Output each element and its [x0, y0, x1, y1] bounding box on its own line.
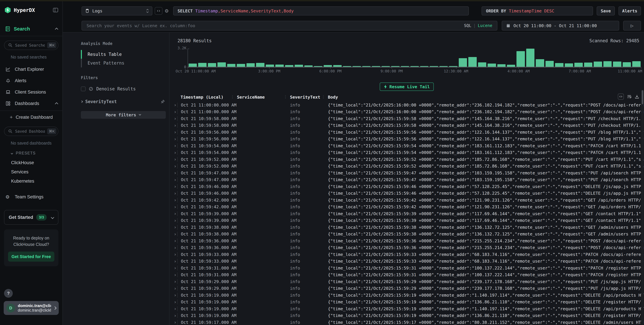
- pin-icon[interactable]: [160, 99, 165, 104]
- histogram-bar[interactable]: [497, 64, 506, 67]
- row-expand-chevron[interactable]: ›: [174, 204, 177, 210]
- histogram-bar[interactable]: [410, 66, 419, 67]
- histogram-bars[interactable]: [188, 49, 641, 67]
- log-row[interactable]: ›Oct 21 10:59:33.000 AMinfo{"time_local"…: [174, 258, 644, 265]
- row-expand-chevron[interactable]: ›: [174, 217, 177, 224]
- row-expand-chevron[interactable]: ›: [174, 244, 177, 251]
- histogram-bar[interactable]: [188, 63, 197, 67]
- user-menu[interactable]: D dominic.tran@clic... dominic.tran@clic…: [4, 301, 59, 315]
- histogram-bar[interactable]: [391, 66, 399, 67]
- row-expand-chevron[interactable]: ›: [174, 102, 177, 108]
- histogram-bar[interactable]: [632, 61, 640, 67]
- severity-filter-group[interactable]: SeverityText: [81, 98, 166, 106]
- histogram-bar[interactable]: [459, 58, 467, 67]
- row-expand-chevron[interactable]: ›: [174, 292, 177, 299]
- get-started-free-button[interactable]: Get Started for Free: [8, 252, 54, 262]
- sql-toggle[interactable]: SQL: [464, 23, 471, 28]
- log-row[interactable]: ›Oct 21 10:59:56.000 AMinfo{"time_local"…: [174, 129, 644, 136]
- histogram-bar[interactable]: [237, 64, 245, 67]
- histogram-bar[interactable]: [324, 65, 332, 67]
- help-button[interactable]: ?: [4, 289, 13, 298]
- histogram-bar[interactable]: [295, 65, 303, 67]
- row-expand-chevron[interactable]: ›: [174, 210, 177, 217]
- select-columns-input[interactable]: SELECT Timestamp ,ServiceName,SeverityTe…: [173, 6, 469, 15]
- log-row[interactable]: ›Oct 21 10:59:36.000 AMinfo{"time_local"…: [174, 244, 644, 251]
- order-by-input[interactable]: ORDER BY TimestampTime DESC: [482, 6, 593, 15]
- log-row[interactable]: ›Oct 21 10:59:38.000 AMinfo{"time_local"…: [174, 231, 644, 238]
- query-language-toggle[interactable]: SQL|Lucene: [464, 23, 492, 28]
- column-resize-grip[interactable]: ⋮: [230, 95, 234, 99]
- chevron-up-icon[interactable]: [55, 28, 58, 31]
- histogram-bar[interactable]: [468, 57, 476, 67]
- row-expand-chevron[interactable]: ›: [174, 265, 177, 271]
- histogram-bar[interactable]: [516, 51, 525, 67]
- save-button[interactable]: Save: [597, 6, 615, 15]
- log-row[interactable]: ›Oct 21 10:59:29.000 AMinfo{"time_local"…: [174, 278, 644, 285]
- sidebar-item-chart-explorer[interactable]: Chart Explorer: [0, 63, 62, 75]
- log-row[interactable]: ›Oct 21 10:59:19.000 AMinfo{"time_local"…: [174, 292, 644, 299]
- log-row[interactable]: ›Oct 21 10:59:39.000 AMinfo{"time_local"…: [174, 217, 644, 224]
- histogram-bar[interactable]: [584, 62, 592, 67]
- histogram-bar[interactable]: [227, 64, 236, 67]
- code-view-icon[interactable]: [618, 94, 624, 100]
- preset-services[interactable]: Services: [0, 167, 62, 177]
- row-expand-chevron[interactable]: ›: [174, 319, 177, 325]
- row-expand-chevron[interactable]: ›: [174, 149, 177, 156]
- histogram-bar[interactable]: [208, 63, 216, 67]
- create-dashboard-button[interactable]: + Create Dashboard: [0, 112, 62, 122]
- download-icon[interactable]: [634, 94, 639, 99]
- log-row[interactable]: ›Oct 21 10:59:54.000 AMinfo{"time_local"…: [174, 142, 644, 149]
- histogram-bar[interactable]: [420, 66, 428, 67]
- histogram-bar[interactable]: [314, 66, 322, 67]
- histogram-bar[interactable]: [594, 61, 602, 67]
- log-row[interactable]: ›Oct 21 10:59:29.000 AMinfo{"time_local"…: [174, 285, 644, 292]
- log-row[interactable]: ›Oct 21 10:59:36.000 AMinfo{"time_local"…: [174, 238, 644, 244]
- sidebar-item-client-sessions[interactable]: Client Sessions: [0, 86, 62, 98]
- histogram-bar[interactable]: [352, 66, 361, 67]
- row-expand-chevron[interactable]: ›: [174, 272, 177, 278]
- row-expand-chevron[interactable]: ›: [174, 122, 177, 129]
- run-query-button[interactable]: ▷: [623, 21, 641, 30]
- row-expand-chevron[interactable]: ›: [174, 305, 177, 312]
- sidebar-item-search[interactable]: Search: [0, 25, 62, 33]
- more-filters-button[interactable]: More filters: [81, 111, 166, 119]
- col-body[interactable]: Body: [328, 95, 644, 100]
- query-settings-button[interactable]: ⚙: [163, 7, 170, 15]
- col-severitytext[interactable]: SeverityText⋮: [290, 95, 328, 100]
- histogram-bar[interactable]: [507, 65, 515, 67]
- log-row[interactable]: ›Oct 21 10:59:52.000 AMinfo{"time_local"…: [174, 156, 644, 163]
- histogram-bar[interactable]: [266, 64, 274, 67]
- histogram-bar[interactable]: [275, 64, 284, 67]
- log-row[interactable]: ›Oct 21 11:00:00.000 AMinfo{"time_local"…: [174, 108, 644, 115]
- histogram-bar[interactable]: [449, 66, 457, 67]
- row-expand-chevron[interactable]: ›: [174, 108, 177, 115]
- row-expand-chevron[interactable]: ›: [174, 312, 177, 319]
- log-row[interactable]: ›Oct 21 10:59:42.000 AMinfo{"time_local"…: [174, 197, 644, 204]
- sidebar-collapse-icon[interactable]: [53, 7, 58, 13]
- histogram-bar[interactable]: [574, 63, 582, 67]
- column-resize-grip[interactable]: ⋮: [322, 95, 325, 99]
- log-row[interactable]: ›Oct 21 10:59:19.000 AMinfo{"time_local"…: [174, 312, 644, 319]
- mode-event-patterns[interactable]: Event Patterns: [81, 59, 166, 67]
- histogram-bar[interactable]: [555, 63, 563, 67]
- histogram-bar[interactable]: [430, 66, 438, 67]
- sidebar-item-team-settings[interactable]: ⚙ Team Settings: [0, 191, 62, 203]
- histogram-bar[interactable]: [198, 63, 206, 67]
- presets-toggle[interactable]: PRESETS: [0, 151, 62, 155]
- lucene-search-input[interactable]: Search your events w/ Lucene ex. column:…: [82, 21, 497, 30]
- histogram-bar[interactable]: [285, 65, 293, 67]
- row-expand-chevron[interactable]: ›: [174, 299, 177, 305]
- scrollbar-thumb[interactable]: [642, 90, 643, 104]
- log-row[interactable]: ›Oct 21 11:00:00.000 AMinfo{"time_local"…: [174, 102, 644, 108]
- row-expand-chevron[interactable]: ›: [174, 278, 177, 285]
- log-row[interactable]: ›Oct 21 10:59:19.000 AMinfo{"time_local"…: [174, 299, 644, 306]
- preset-clickhouse[interactable]: ClickHouse: [0, 158, 62, 167]
- log-row[interactable]: ›Oct 21 10:59:56.000 AMinfo{"time_local"…: [174, 136, 644, 143]
- row-expand-chevron[interactable]: ›: [174, 238, 177, 244]
- histogram-bar[interactable]: [565, 63, 573, 67]
- source-select[interactable]: Logs: [82, 6, 152, 15]
- row-expand-chevron[interactable]: ›: [174, 136, 177, 142]
- col-servicename[interactable]: ServiceName⋮: [237, 95, 290, 100]
- histogram-bar[interactable]: [343, 66, 351, 67]
- column-resize-grip[interactable]: ⋮: [284, 95, 287, 99]
